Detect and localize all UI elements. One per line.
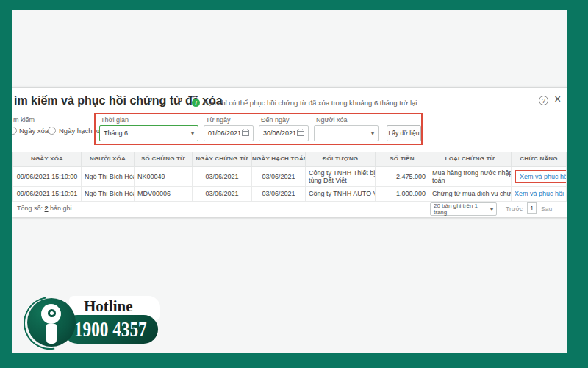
table-row[interactable]: 09/06/2021 15:10:01 Ngô Thị Bích Hòa MDV…	[13, 186, 567, 201]
page-size-select[interactable]: 20 bản ghi trên 1 trang ▾	[430, 202, 497, 216]
restore-documents-dialog: ìm kiếm và phục hồi chứng từ đã xóa i Bạ…	[12, 87, 567, 217]
radio-posting-date[interactable]	[48, 127, 56, 135]
from-date-label: Từ ngày	[206, 116, 231, 124]
from-date-input[interactable]: 01/06/2021	[204, 125, 254, 141]
cell-doi-tuong: Công ty TNHH AUTO Việt	[306, 186, 376, 201]
period-value: Tháng 6	[104, 130, 128, 137]
cell-so-tien: 2.475.000	[376, 166, 429, 186]
chevron-down-icon: ▾	[371, 130, 374, 137]
deleted-documents-table: NGÀY XÓA NGƯỜI XÓA SỐ CHỨNG TỪ NGÀY CHỨN…	[12, 152, 567, 202]
cell-so-tien: 1.000.000	[376, 186, 429, 201]
hotline-logo: Hotline 1900 4357	[26, 294, 181, 353]
cell-ngay-chung-tu: 03/06/2021	[193, 186, 252, 201]
col-header[interactable]: CHỨC NĂNG	[512, 152, 567, 166]
calendar-icon[interactable]	[242, 129, 249, 138]
cell-nguoi-xoa: Ngô Thị Bích Hòa	[82, 186, 135, 201]
cell-chuc-nang: Xem và phục hồi	[512, 166, 567, 186]
to-date-value: 30/06/2021	[263, 130, 296, 137]
cell-chuc-nang: Xem và phục hồi	[512, 186, 567, 201]
col-header[interactable]: NGÀY CHỨNG TỪ	[193, 152, 252, 166]
col-header[interactable]: ĐỐI TƯỢNG	[306, 152, 376, 166]
pagination-page-1[interactable]: 1	[527, 202, 537, 214]
cell-nguoi-xoa: Ngô Thị Bích Hòa	[82, 166, 135, 186]
hotline-phone-pill: 1900 4357	[63, 315, 158, 344]
col-header[interactable]: SỐ TIỀN	[376, 152, 429, 166]
table-header-row: NGÀY XÓA NGƯỜI XÓA SỐ CHỨNG TỪ NGÀY CHỨN…	[13, 152, 567, 166]
text-cursor	[129, 130, 129, 138]
deleted-by-label: Người xóa	[316, 116, 347, 124]
col-header[interactable]: SỐ CHỨNG TỪ	[135, 152, 193, 166]
info-note-text: Bạn chỉ có thể phục hồi chứng từ đã xóa …	[204, 99, 417, 107]
col-header[interactable]: LOẠI CHỨNG TỪ	[429, 152, 512, 166]
load-data-button[interactable]: Lấy dữ liệu	[387, 125, 421, 141]
cell-ngay-hach-toan: 03/06/2021	[252, 186, 306, 201]
cell-so-chung-tu: MDV00006	[135, 186, 193, 201]
search-section-label: m kiếm	[13, 116, 35, 124]
close-icon[interactable]: ×	[554, 93, 561, 106]
col-header[interactable]: NGƯỜI XÓA	[82, 152, 135, 166]
logo-disc	[27, 298, 76, 347]
screenshot-frame: ìm kiếm và phục hồi chứng từ đã xóa i Bạ…	[0, 0, 588, 368]
to-date-input[interactable]: 30/06/2021	[259, 125, 309, 141]
table-row[interactable]: 09/06/2021 15:10:00 Ngô Thị Bích Hòa NK0…	[13, 166, 567, 186]
logo-pin-body	[46, 324, 57, 344]
logo-pin-icon	[41, 304, 61, 324]
cell-ngay-chung-tu: 03/06/2021	[193, 166, 252, 186]
period-select[interactable]: Tháng 6 ▾	[99, 125, 198, 141]
cell-ngay-xoa: 09/06/2021 15:10:01	[13, 186, 82, 201]
period-label: Thời gian	[101, 116, 129, 124]
view-restore-link[interactable]: Xem và phục hồi	[514, 190, 564, 197]
cell-doi-tuong: Công ty TNHH Thiết bị phụtùng Đất Việt	[306, 166, 376, 186]
total-records: Tổng số: 2 bản ghi	[17, 205, 72, 212]
radio-delete-date-label[interactable]: Ngày xóa	[19, 127, 49, 135]
cell-loai-chung-tu: Mua hàng trong nước nhập khtoán	[429, 166, 512, 186]
logo-pin-ring	[48, 309, 56, 317]
cell-ngay-hach-toan: 03/06/2021	[252, 166, 306, 186]
col-header[interactable]: NGÀY XÓA	[13, 152, 82, 166]
app-background: ìm kiếm và phục hồi chứng từ đã xóa i Bạ…	[12, 10, 567, 353]
page-size-value: 20 bản ghi trên 1 trang	[434, 202, 490, 216]
deleted-by-select[interactable]: ▾	[314, 125, 379, 141]
annotation-box-restore-link: Xem và phục hồi	[514, 170, 567, 183]
hotline-phone-number: 1900 4357	[74, 317, 147, 342]
chevron-down-icon: ▾	[191, 130, 194, 137]
pagination-prev[interactable]: Trước	[506, 205, 523, 213]
cell-so-chung-tu: NK00049	[135, 166, 193, 186]
help-icon[interactable]: ?	[539, 96, 548, 105]
pagination-next[interactable]: Sau	[541, 205, 552, 213]
chevron-down-icon: ▾	[490, 206, 493, 213]
info-icon: i	[192, 99, 200, 107]
to-date-label: Đến ngày	[261, 116, 290, 124]
calendar-icon[interactable]	[297, 129, 304, 138]
col-header[interactable]: NGÀY HẠCH TOÁN	[252, 152, 306, 166]
info-note: i Bạn chỉ có thể phục hồi chứng từ đã xó…	[192, 99, 417, 107]
cell-loai-chung-tu: Chứng từ mua dịch vụ chưa tha	[429, 186, 512, 201]
radio-delete-date[interactable]	[12, 127, 17, 135]
view-restore-link[interactable]: Xem và phục hồi	[520, 173, 567, 180]
cell-ngay-xoa: 09/06/2021 15:10:00	[13, 166, 82, 186]
from-date-value: 01/06/2021	[208, 130, 241, 137]
hotline-label: Hotline	[84, 297, 133, 316]
